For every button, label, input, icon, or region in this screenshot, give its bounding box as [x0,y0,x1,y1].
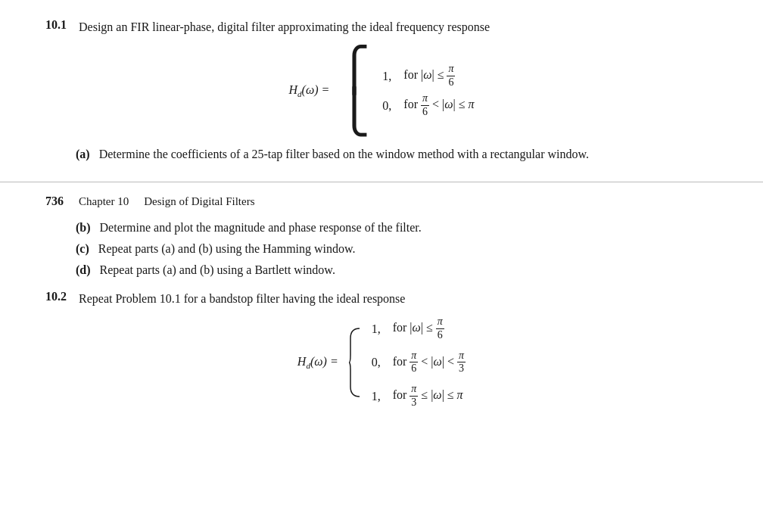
bottom-section: 736 Chapter 10 Design of Digital Filters… [0,182,763,437]
case-row-1: 1, for |ω| ≤ π6 [376,63,474,89]
subpart-c: (c) Repeat parts (a) and (b) using the H… [76,240,718,258]
case-row-b2: 0, for π6 < |ω| < π3 [366,350,466,376]
formula-label-top: Hd(ω) = [288,83,329,98]
cases-block-bottom: 1, for |ω| ≤ π6 0, for π6 < |ω| < π3 1, [347,316,466,409]
case-condition-b1: for |ω| ≤ π6 [393,316,444,342]
subpart-a: (a) Determine the coefficients of a 25-t… [76,145,718,163]
subpart-b-label: (b) [76,221,91,234]
brace-bottom [347,325,361,400]
case-row-b1: 1, for |ω| ≤ π6 [366,316,466,342]
case-row-b3: 1, for π3 ≤ |ω| ≤ π [366,383,466,409]
case-condition-2: for π6 < |ω| ≤ π [403,92,474,119]
page: 10.1 Design an FIR linear-phase, digital… [0,0,763,532]
page-header: 736 Chapter 10 Design of Digital Filters [45,194,718,208]
cases-block-top: ⎧⎩ 1, for |ω| ≤ π6 0, for π6 < |ω| ≤ π [338,48,474,133]
case-condition-b2: for π6 < |ω| < π3 [393,350,466,376]
chapter-label: Chapter 10 [79,195,129,208]
case-row-2: 0, for π6 < |ω| ≤ π [376,92,474,119]
subpart-b: (b) Determine and plot the magnitude and… [76,219,718,237]
subpart-c-label: (c) [76,242,89,255]
case-condition-1: for |ω| ≤ π6 [403,63,455,89]
problem-10-1-text: Design an FIR linear-phase, digital filt… [79,18,490,36]
cases-list-top: 1, for |ω| ≤ π6 0, for π6 < |ω| ≤ π [376,63,474,118]
formula-hd-bottom: Hd(ω) = 1, for |ω| ≤ π6 0, [45,316,718,409]
subpart-d-label: (d) [76,263,91,276]
chapter-title: Design of Digital Filters [144,195,254,208]
problem-10-1-header: 10.1 Design an FIR linear-phase, digital… [45,18,718,36]
case-value-b2: 0, [366,353,381,372]
problem-10-2-number: 10.2 [45,290,79,303]
formula-label-bottom: Hd(ω) = [297,355,338,370]
problem-10-1-number: 10.1 [45,18,79,32]
page-number: 736 [45,194,64,208]
case-value-b1: 1, [366,319,381,339]
case-condition-b3: for π3 ≤ |ω| ≤ π [393,383,463,409]
case-value-1: 1, [376,67,391,86]
subpart-a-label: (a) [76,148,90,160]
problem-10-2-header: 10.2 Repeat Problem 10.1 for a bandstop … [45,290,718,308]
cases-list-bottom: 1, for |ω| ≤ π6 0, for π6 < |ω| < π3 1, [366,316,466,409]
subpart-d: (d) Repeat parts (a) and (b) using a Bar… [76,261,718,279]
formula-hd-top: Hd(ω) = ⎧⎩ 1, for |ω| ≤ π6 0, [45,48,718,133]
case-value-2: 0, [376,96,391,116]
problem-10-2-text: Repeat Problem 10.1 for a bandstop filte… [79,290,405,308]
case-value-b3: 1, [366,387,381,406]
brace-top: ⎧⎩ [338,48,370,133]
top-section: 10.1 Design an FIR linear-phase, digital… [0,0,763,182]
